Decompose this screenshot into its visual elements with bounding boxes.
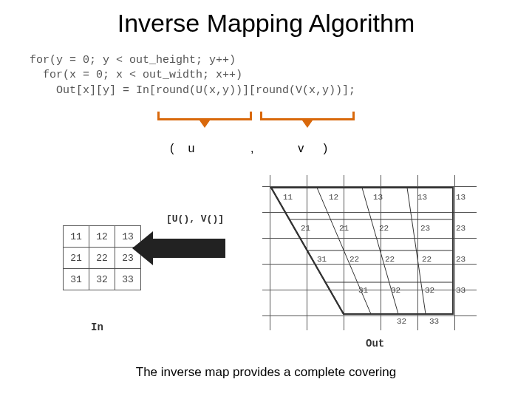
svg-marker-0 — [271, 188, 453, 314]
out-cell: 32 — [397, 317, 406, 326]
out-cell: 31 — [317, 255, 327, 264]
out-cell: 23 — [420, 224, 430, 233]
out-cell: 33 — [429, 317, 439, 326]
in-label: In — [91, 321, 103, 333]
in-cell: 12 — [89, 226, 115, 248]
out-cell: 13 — [417, 193, 427, 202]
out-cell: 22 — [349, 255, 359, 264]
paren-open: ( — [170, 142, 185, 155]
out-cell: 23 — [456, 224, 466, 233]
in-cell: 21 — [64, 248, 89, 269]
out-cell: 21 — [301, 224, 310, 233]
out-cell: 12 — [329, 193, 338, 202]
in-cell: 33 — [115, 269, 141, 290]
uv-label: ( u , v ) — [170, 142, 327, 155]
out-cell: 21 — [339, 224, 349, 233]
brace-v — [260, 118, 355, 120]
paren-close: ) — [324, 142, 327, 155]
code-block: for(y = 0; y < out_height; y++) for(x = … — [30, 53, 355, 98]
in-cell: 22 — [89, 248, 115, 269]
arrow-icon — [151, 239, 225, 258]
in-grid: 111213 212223 313233 — [63, 225, 141, 290]
out-cell: 23 — [456, 255, 466, 264]
code-line-1: for(y = 0; y < out_height; y++) — [30, 54, 236, 66]
svg-line-9 — [407, 188, 426, 314]
in-cell: 31 — [64, 269, 89, 290]
brace-u — [157, 118, 252, 120]
u-label: u — [188, 142, 247, 155]
v-label: v — [298, 142, 320, 155]
out-cell: 32 — [391, 286, 400, 295]
out-cell: 32 — [425, 286, 434, 295]
out-label: Out — [366, 338, 384, 349]
out-cell: 13 — [456, 193, 466, 202]
comma: , — [250, 142, 295, 155]
mapping-arrow: [U(), V()] — [151, 239, 248, 258]
out-cell: 22 — [379, 224, 389, 233]
footer-text: The inverse map provides a complete cove… — [0, 365, 532, 380]
trapezoid-outline — [262, 175, 477, 330]
slide-title: Inverse Mapping Algorithm — [0, 9, 532, 38]
svg-line-6 — [271, 188, 344, 314]
out-cell: 13 — [373, 193, 383, 202]
code-line-2: for(x = 0; x < out_width; x++) — [30, 69, 242, 81]
in-cell: 11 — [64, 226, 89, 248]
code-line-3: Out[x][y] = In[round(U(x,y))][round(V(x,… — [30, 84, 355, 97]
arrow-label: [U(), V()] — [166, 214, 224, 225]
out-cell: 31 — [358, 286, 368, 295]
out-cell: 11 — [283, 193, 293, 202]
out-grid: 11 12 13 13 13 21 21 22 23 23 31 22 22 2… — [262, 175, 477, 330]
in-cell: 32 — [89, 269, 115, 290]
out-cell: 22 — [422, 255, 432, 264]
out-cell: 22 — [385, 255, 395, 264]
out-cell: 33 — [456, 286, 466, 295]
diagram: 111213 212223 313233 In [U(), V()] — [63, 174, 477, 351]
